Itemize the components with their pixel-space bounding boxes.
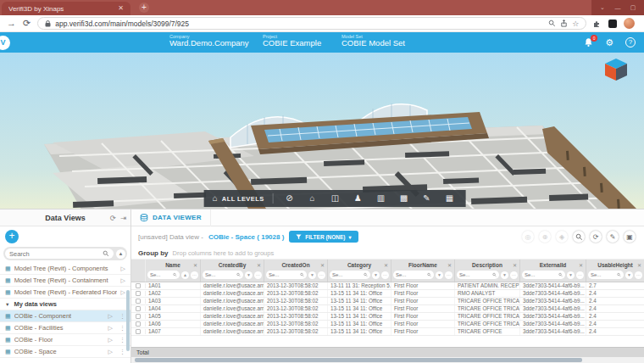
column-search-input[interactable] [525,272,557,277]
table-row[interactable]: 1A07danielle.r.love@usace.arm...2013-12-… [131,328,644,336]
remove-column-icon[interactable]: ✕ [637,262,641,268]
current-view-name[interactable]: COBie - Space ( 19028 ) [208,233,284,241]
column-header-category[interactable]: Category✕▼⋯ [328,260,391,282]
item-menu-icon[interactable]: ⋮ [119,337,125,343]
column-header-createdOn[interactable]: CreatedOn✕▼⋯ [264,260,328,282]
open-view-icon[interactable]: ▷ [121,265,125,272]
column-search-input[interactable] [332,272,362,277]
horizontal-scrollbar[interactable] [131,357,644,363]
notifications-bell-icon[interactable]: 0 [584,37,593,47]
open-view-icon[interactable]: ▷ [121,277,125,284]
sidebar-item-cobie-component[interactable]: ▦COBie - Component▷⋮ [0,310,130,322]
remove-column-icon[interactable]: ✕ [384,262,388,268]
sidebar-item-cobie-facilities[interactable]: ▦COBie - Facilities▷⋮ [0,322,130,334]
column-filter-icon[interactable]: ▼ [501,271,508,279]
column-more-icon[interactable]: ⋯ [381,271,389,279]
column-filter-icon[interactable]: ▼ [372,271,380,279]
url-bar[interactable]: app.verifi3d.com/main/models/3099/7/925 … [37,17,586,30]
column-header-description[interactable]: Description✕▼⋯ [455,260,520,282]
hide-icon[interactable]: ⊘ [282,193,297,204]
column-search-input[interactable] [396,272,425,277]
column-more-icon[interactable]: ⋯ [635,271,642,279]
model-viewport[interactable]: ⌂ ALL LEVELS ⊘ ⌂ ◫ ♟ ▥ ▩ ✎ ▦ [0,53,644,209]
sidebar-item-model-tree-revit-components[interactable]: ▦Model Tree (Revit) - Components▷ [0,263,130,275]
table-row[interactable]: 1A03danielle.r.love@usace.arm...2013-12-… [131,298,644,305]
minimize-icon[interactable]: ⌄ [595,4,610,11]
column-search-input[interactable] [150,272,171,277]
filter-button[interactable]: FILTER (NONE) ▾ [289,231,358,243]
table-row[interactable]: 1A04danielle.r.love@usace.arm...2013-12-… [131,305,644,313]
add-data-view-button[interactable]: + [5,230,19,243]
modelset-selector[interactable]: Model Set COBIE Model Set [341,34,405,48]
column-header-name[interactable]: Name✕▲⋯ [146,260,201,282]
browser-tab[interactable]: Verifi3D by Xinaps ✕ [2,2,130,15]
remove-column-icon[interactable]: ✕ [447,262,452,268]
split-view-icon[interactable]: ▥ [374,193,389,204]
sort-ascending-icon[interactable]: ▲ [181,271,189,279]
collapse-panel-icon[interactable]: ⇥ [120,214,126,222]
extensions-puzzle-icon[interactable] [593,20,602,28]
remove-column-icon[interactable]: ✕ [193,262,197,268]
row-checkbox[interactable] [136,314,141,319]
grid-icon[interactable]: ▦ [442,193,458,204]
extension-icon[interactable] [608,20,617,28]
reload-icon[interactable]: ⟳ [23,19,31,28]
close-window-icon[interactable]: ▢ [625,4,641,11]
open-view-icon[interactable]: ▷ [108,337,113,343]
verifi3d-logo[interactable]: V [0,36,10,50]
refresh-data-icon[interactable]: ⟳ [590,231,602,243]
row-checkbox[interactable] [136,283,141,288]
zoom-page-icon[interactable] [548,20,556,27]
column-header-externalId[interactable]: ExternalId✕▼⋯ [520,260,586,282]
row-checkbox[interactable] [136,299,141,304]
column-more-icon[interactable]: ⋯ [191,271,198,279]
table-row[interactable]: 1A02danielle.r.love@usace.arm...2013-12-… [131,290,644,298]
help-icon[interactable]: ? [625,37,636,47]
edit-view-icon[interactable]: ✎ [607,231,619,243]
column-more-icon[interactable]: ⋯ [510,271,518,279]
settings-gear-icon[interactable]: ⚙ [605,38,613,47]
levels-button[interactable]: ⌂ ALL LEVELS [213,193,274,204]
column-filter-icon[interactable]: ▼ [625,271,633,279]
column-filter-icon[interactable]: ▼ [567,271,575,279]
open-view-icon[interactable]: ▷ [121,289,125,296]
open-view-icon[interactable]: ▷ [108,325,113,332]
sidebar-search-input[interactable] [9,250,100,258]
profile-avatar[interactable] [624,18,635,29]
home-view-icon[interactable]: ⌂ [305,193,320,204]
item-menu-icon[interactable]: ⋮ [119,313,125,320]
column-header-usableHeight[interactable]: UsableHeight✕▼⋯ [586,260,644,282]
row-checkbox[interactable] [136,321,141,327]
sidebar-scrollbar[interactable] [126,290,130,351]
table-row[interactable]: 1A06danielle.r.love@usace.arm...2013-12-… [131,321,644,328]
column-header-createdBy[interactable]: CreatedBy✕▼⋯ [201,260,264,282]
column-search-input[interactable] [269,272,298,277]
row-checkbox[interactable] [136,329,141,334]
new-tab-button[interactable]: + [139,3,149,13]
sidebar-item-cobie-floor[interactable]: ▦COBie - Floor▷⋮ [0,334,130,346]
remove-column-icon[interactable]: ✕ [513,262,517,268]
bookmark-star-icon[interactable]: ☆ [572,20,579,28]
column-search-input[interactable] [205,272,235,277]
item-menu-icon[interactable]: ⋮ [119,349,125,355]
column-more-icon[interactable]: ⋯ [445,271,452,279]
row-checkbox[interactable] [136,306,141,311]
sidebar-item-model-tree-revit-federated-floor[interactable]: ▦Model Tree (Revit) - Federated Floor▷ [0,287,130,299]
column-search-input[interactable] [591,272,615,277]
column-more-icon[interactable]: ⋯ [318,271,325,279]
horizontal-scrollbar-thumb[interactable] [135,358,582,362]
table-row[interactable]: 1A05danielle.r.love@usace.arm...2013-12-… [131,313,644,321]
open-view-icon[interactable]: ▷ [108,313,113,320]
zoom-settings-icon[interactable] [573,231,585,243]
column-filter-icon[interactable]: ▼ [245,271,253,279]
column-filter-icon[interactable]: ▼ [436,271,443,279]
project-selector[interactable]: Project COBIE Example [263,34,321,48]
forward-icon[interactable]: → [7,19,16,28]
save-view-icon[interactable]: ▣ [624,231,636,243]
sidebar-sort-button[interactable]: ▲ [116,249,125,259]
sidebar-item-model-tree-revit-containment[interactable]: ▦Model Tree (Revit) - Containment▷ [0,275,130,287]
remove-column-icon[interactable]: ✕ [257,262,261,268]
tab-data-viewer[interactable]: DATA VIEWER [131,209,211,226]
item-menu-icon[interactable]: ⋮ [119,325,125,332]
data-views-group-header[interactable]: ▼My data views [0,299,130,310]
